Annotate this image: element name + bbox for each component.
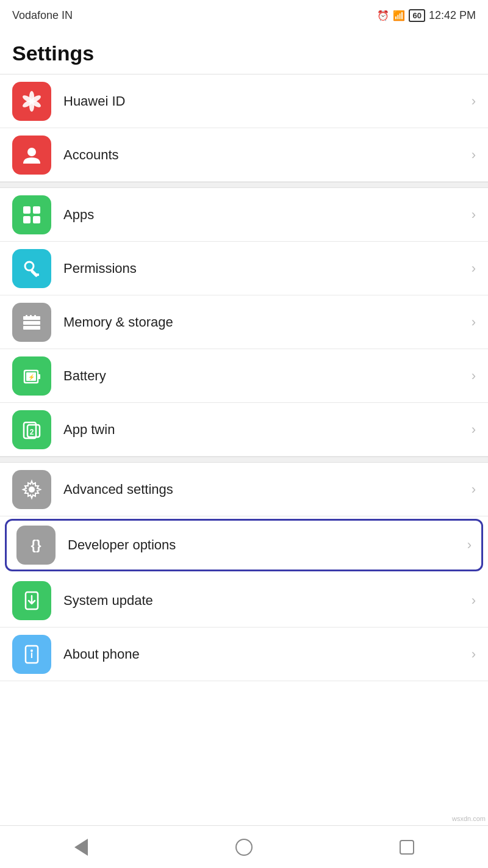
svg-point-32 (30, 649, 33, 652)
memory-label: Memory & storage (63, 314, 467, 330)
battery-chevron: › (472, 368, 476, 384)
settings-item-about-phone[interactable]: i About phone › (0, 627, 488, 681)
svg-point-6 (27, 148, 36, 156)
app-twin-label: App twin (63, 422, 467, 438)
time-text: 12:42 PM (429, 9, 476, 22)
advanced-settings-label: Advanced settings (63, 482, 467, 497)
accounts-label: Accounts (63, 147, 467, 163)
advanced-settings-icon (12, 470, 51, 509)
huawei-id-icon (12, 82, 51, 121)
recents-button[interactable] (389, 829, 425, 866)
about-phone-chevron: › (472, 646, 476, 662)
watermark: wsxdn.com (452, 815, 486, 822)
accounts-chevron: › (472, 147, 476, 163)
accounts-section: Huawei ID › Accounts › (0, 74, 488, 182)
bottom-nav (0, 825, 488, 868)
app-twin-chevron: › (472, 422, 476, 438)
page-title: Settings (0, 31, 488, 74)
settings-item-apps[interactable]: Apps › (0, 188, 488, 242)
settings-item-app-twin[interactable]: 2 App twin › (0, 403, 488, 457)
back-icon (74, 839, 88, 856)
alarm-icon: ⏰ (377, 10, 389, 21)
svg-rect-10 (33, 216, 40, 223)
settings-item-memory[interactable]: Memory & storage › (0, 295, 488, 349)
section-divider-2 (0, 457, 488, 463)
svg-rect-21 (38, 374, 40, 379)
apps-section: Apps › Permissions › (0, 188, 488, 457)
battery-label: Battery (63, 368, 467, 384)
svg-rect-8 (33, 206, 40, 214)
svg-rect-7 (23, 206, 30, 214)
settings-item-permissions[interactable]: Permissions › (0, 242, 488, 295)
about-phone-label: About phone (63, 646, 467, 662)
svg-rect-13 (35, 273, 39, 276)
memory-icon (12, 303, 51, 342)
about-phone-icon: i (12, 635, 51, 674)
signal-icon: 📶 (393, 10, 405, 21)
settings-scroll: Settings Huawei ID › (0, 31, 488, 825)
home-icon (235, 839, 253, 856)
system-update-chevron: › (472, 593, 476, 609)
huawei-id-chevron: › (472, 93, 476, 109)
system-update-label: System update (63, 593, 467, 609)
developer-options-icon: {} (16, 526, 56, 565)
permissions-label: Permissions (63, 261, 467, 277)
status-icons: ⏰ 📶 60 12:42 PM (377, 9, 476, 22)
svg-rect-18 (30, 315, 32, 317)
carrier-text: Vodafone IN (12, 9, 73, 22)
settings-item-system-update[interactable]: System update › (0, 574, 488, 627)
svg-rect-16 (23, 326, 40, 330)
developer-options-chevron: › (467, 537, 472, 553)
back-button[interactable] (63, 829, 99, 866)
developer-options-label: Developer options (68, 537, 462, 553)
settings-item-developer-options[interactable]: {} Developer options › (5, 519, 483, 571)
system-section: Advanced settings › {} Developer options… (0, 463, 488, 681)
battery-icon: ⚡ (12, 356, 51, 396)
recents-icon (400, 840, 414, 855)
memory-chevron: › (472, 314, 476, 330)
permissions-chevron: › (472, 261, 476, 277)
settings-item-accounts[interactable]: Accounts › (0, 128, 488, 182)
apps-chevron: › (472, 207, 476, 223)
svg-text:2: 2 (30, 428, 34, 436)
apps-icon (12, 195, 51, 234)
svg-rect-17 (26, 315, 27, 317)
settings-item-huawei-id[interactable]: Huawei ID › (0, 74, 488, 128)
svg-text:{}: {} (30, 537, 41, 552)
app-twin-icon: 2 (12, 410, 51, 449)
apps-label: Apps (63, 207, 467, 223)
accounts-icon (12, 136, 51, 175)
home-button[interactable] (226, 829, 262, 866)
svg-point-27 (29, 486, 35, 493)
svg-rect-19 (34, 315, 36, 317)
huawei-id-label: Huawei ID (63, 93, 467, 109)
svg-rect-12 (30, 269, 38, 277)
status-bar: Vodafone IN ⏰ 📶 60 12:42 PM (0, 0, 488, 31)
svg-rect-9 (23, 216, 30, 223)
section-divider-1 (0, 182, 488, 188)
settings-item-battery[interactable]: ⚡ Battery › (0, 349, 488, 403)
svg-rect-15 (23, 321, 40, 325)
system-update-icon (12, 581, 51, 620)
svg-text:⚡: ⚡ (28, 374, 35, 381)
svg-point-11 (25, 262, 34, 270)
permissions-icon (12, 249, 51, 288)
battery-indicator: 60 (409, 9, 425, 22)
advanced-settings-chevron: › (472, 482, 476, 497)
settings-item-advanced[interactable]: Advanced settings › (0, 463, 488, 516)
